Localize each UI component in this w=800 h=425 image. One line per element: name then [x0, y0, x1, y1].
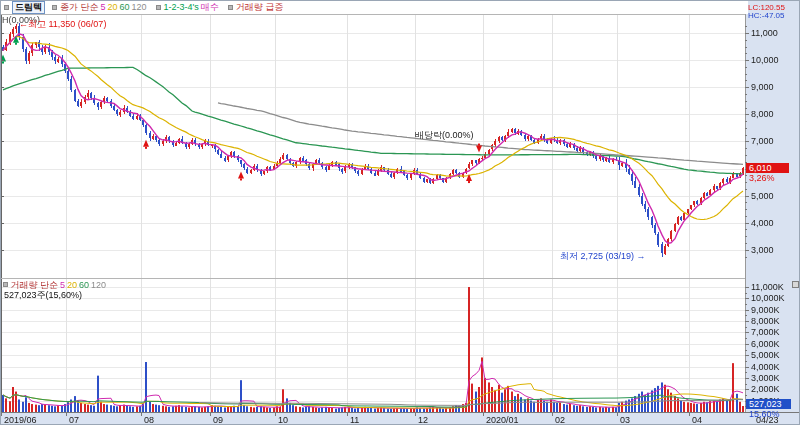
- volume-axis-tick: 5,000K: [751, 351, 780, 360]
- legend-part: 종가 단순: [60, 2, 99, 12]
- legend-part: 20: [108, 2, 118, 12]
- volume-axis-tick: 11,000K: [751, 283, 784, 292]
- date-label: 2019/06: [4, 416, 37, 425]
- legend-item-buy-signal[interactable]: 1-2-3-4's매수: [156, 1, 221, 14]
- date-label: 04: [692, 416, 702, 425]
- date-label: 07: [69, 416, 79, 425]
- legend-item-volume-surge[interactable]: 거래량 급증: [228, 1, 286, 14]
- price-axis-tick: 11,000: [751, 29, 778, 38]
- current-price-pct: 3,26%: [749, 174, 775, 183]
- legend-square-icon: [4, 5, 9, 10]
- price-axis-tick: 10,000: [751, 56, 779, 65]
- pane-resize-icon[interactable]: [792, 281, 799, 288]
- legend-part: 거래량 급증: [236, 2, 284, 12]
- legend-part: 120: [91, 280, 106, 290]
- legend-part: 5: [60, 280, 65, 290]
- price-axis-tick: 3,000: [751, 246, 774, 255]
- legend-part: 5: [101, 2, 106, 12]
- volume-axis-tick: 10,000K: [751, 294, 785, 303]
- legend-part: 거래량 단순: [11, 280, 59, 290]
- volume-value-line: 527,023주(15,60%): [4, 291, 82, 300]
- volume-axis-tick: 8,000K: [751, 317, 780, 326]
- price-axis-tick: 9,000: [751, 83, 774, 92]
- volume-legend[interactable]: 거래량 단순52060120: [3, 281, 108, 290]
- legend-square-icon: [3, 282, 8, 287]
- current-price-box: 6,010: [746, 163, 789, 173]
- volume-axis-tick: 2,000K: [751, 385, 780, 394]
- high-annotation: ←최고 11,350 (06/07): [19, 20, 106, 29]
- price-axis-tick: 7,000: [751, 137, 774, 146]
- volume-axis-tick: 3,000K: [751, 374, 780, 383]
- stock-name[interactable]: 드림텍: [12, 1, 45, 14]
- legend-part: 60: [79, 280, 89, 290]
- date-label: 09: [213, 416, 223, 425]
- legend-part: 60: [120, 2, 130, 12]
- volume-surge-legend-label: 거래량 급증: [236, 1, 286, 14]
- volume-axis-tick: 7,000K: [751, 328, 780, 337]
- date-label: 03: [620, 416, 630, 425]
- legend-bar: 드림텍 종가 단순52060120 1-2-3-4's매수 거래량 급증: [1, 1, 748, 14]
- legend-square-icon: [52, 5, 57, 10]
- date-label: 11: [350, 416, 359, 425]
- legend-item-price-ma[interactable]: 종가 단순52060120: [52, 1, 149, 14]
- date-label: 10: [278, 416, 288, 425]
- price-axis-tick: 4,000: [751, 219, 774, 228]
- chart-canvas[interactable]: [1, 1, 800, 425]
- legend-part: 120: [132, 2, 147, 12]
- date-label: 12: [418, 416, 428, 425]
- chart-window: 드림텍 종가 단순52060120 1-2-3-4's매수 거래량 급증 LC:…: [0, 0, 800, 425]
- date-label: 02: [555, 416, 565, 425]
- legend-part: 20: [67, 280, 77, 290]
- legend-part: 1-2-3-4's: [164, 2, 199, 12]
- volume-axis-tick: 6,000K: [751, 340, 780, 349]
- price-ma-legend-label: 종가 단순52060120: [60, 1, 149, 14]
- price-axis-tick: 5,000: [751, 192, 774, 201]
- date-label: 08: [144, 416, 154, 425]
- ex-dividend-annotation: 배당락(0.00%): [415, 131, 474, 140]
- volume-ma-legend-label: 거래량 단순52060120: [11, 280, 109, 290]
- current-volume-box: 527,023: [746, 399, 791, 409]
- price-axis-tick: 8,000: [751, 110, 774, 119]
- legend-part: 매수: [201, 2, 219, 12]
- legend-square-icon: [228, 5, 233, 10]
- volume-axis-tick: 4,000K: [751, 363, 780, 372]
- hc-label: HC:-47.05: [748, 11, 784, 20]
- last-date-label: 04/23: [756, 416, 779, 425]
- buy-signal-legend-label: 1-2-3-4's매수: [164, 1, 221, 14]
- volume-axis-tick: 9,000K: [751, 306, 780, 315]
- legend-square-icon: [156, 5, 161, 10]
- legend-item-stock[interactable]: 드림텍: [4, 1, 45, 14]
- date-label: 2020/01: [486, 416, 519, 425]
- low-annotation: 최저 2,725 (03/19) →: [560, 252, 646, 261]
